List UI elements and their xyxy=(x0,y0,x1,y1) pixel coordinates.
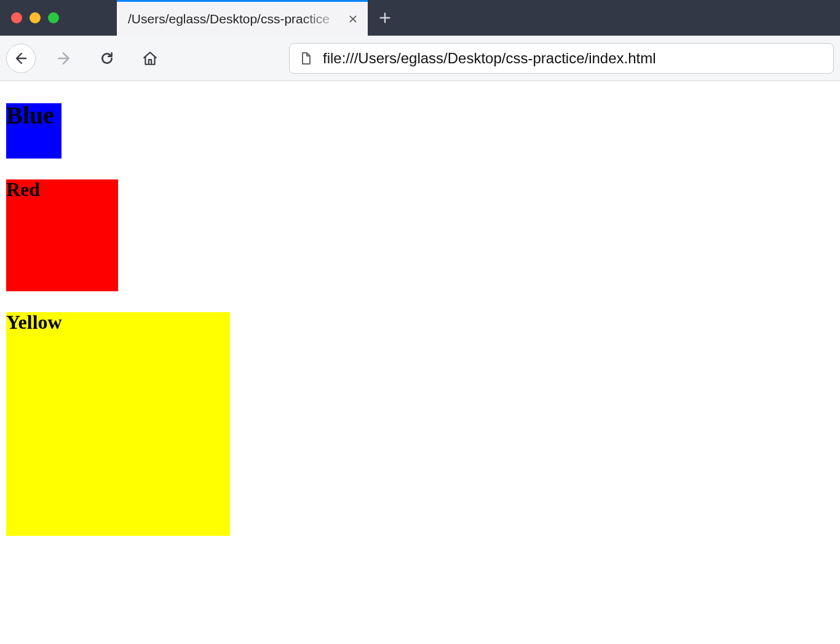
tab-title: /Users/eglass/Desktop/css-practice xyxy=(128,12,343,26)
page-viewport: Blue Red Yellow xyxy=(0,81,840,644)
window-controls xyxy=(0,0,117,36)
box-blue: Blue xyxy=(6,103,61,159)
box-label: Blue xyxy=(6,101,54,129)
titlebar: /Users/eglass/Desktop/css-practice xyxy=(0,0,840,36)
page-info-icon[interactable] xyxy=(298,51,313,66)
window-minimize-button[interactable] xyxy=(30,12,41,23)
box-yellow: Yellow xyxy=(6,312,230,536)
window-close-button[interactable] xyxy=(11,12,22,23)
home-icon xyxy=(142,50,158,66)
box-label: Red xyxy=(6,178,40,200)
reload-button[interactable] xyxy=(92,44,122,73)
url-input[interactable] xyxy=(323,50,825,67)
close-tab-button[interactable] xyxy=(347,13,359,25)
forward-button[interactable] xyxy=(49,44,79,73)
close-icon xyxy=(348,14,358,24)
window-maximize-button[interactable] xyxy=(48,12,59,23)
document-icon xyxy=(298,51,313,66)
box-label: Yellow xyxy=(6,311,62,333)
plus-icon xyxy=(378,11,392,25)
new-tab-button[interactable] xyxy=(368,0,402,36)
arrow-right-icon xyxy=(56,50,72,66)
navigation-toolbar xyxy=(0,36,840,81)
browser-tab-active[interactable]: /Users/eglass/Desktop/css-practice xyxy=(117,0,368,36)
arrow-left-icon xyxy=(14,51,28,66)
box-red: Red xyxy=(6,179,118,291)
home-button[interactable] xyxy=(135,44,165,73)
reload-icon xyxy=(99,50,115,66)
back-button[interactable] xyxy=(6,44,36,73)
address-bar[interactable] xyxy=(289,43,834,74)
